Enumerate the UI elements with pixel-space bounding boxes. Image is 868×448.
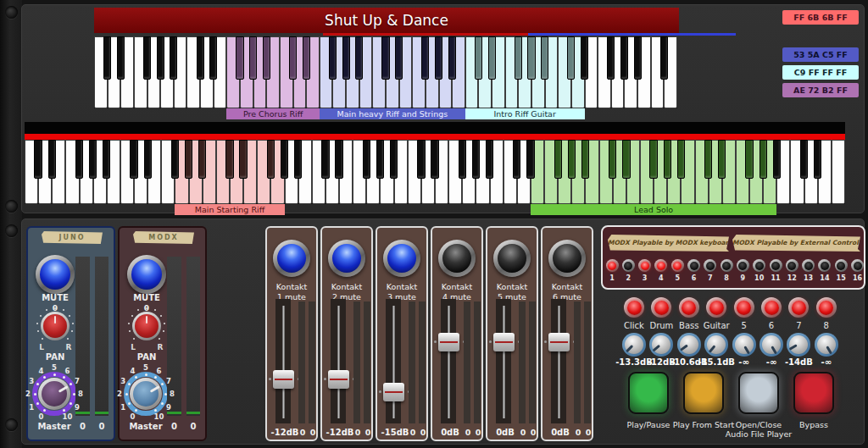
channel-led[interactable] (638, 259, 651, 272)
black-key[interactable] (303, 36, 310, 80)
channel-led[interactable] (835, 259, 848, 272)
kontakt-mute-button[interactable] (328, 240, 365, 277)
black-key[interactable] (103, 36, 111, 80)
black-key[interactable] (185, 140, 192, 179)
black-key[interactable] (75, 140, 83, 179)
black-key[interactable] (814, 140, 821, 179)
white-key[interactable] (832, 140, 845, 204)
black-key[interactable] (281, 140, 288, 179)
part-volume-knob[interactable] (649, 333, 673, 357)
black-key[interactable] (554, 140, 562, 179)
black-key[interactable] (417, 140, 425, 179)
black-key[interactable] (130, 140, 137, 179)
volume-fader-handle[interactable] (548, 333, 570, 351)
black-key[interactable] (704, 140, 712, 179)
channel-led[interactable] (622, 259, 635, 272)
part-volume-knob[interactable] (732, 333, 756, 357)
black-key[interactable] (170, 36, 177, 80)
black-key[interactable] (568, 140, 576, 179)
black-key[interactable] (459, 140, 466, 179)
transport-pad-play-from-start[interactable] (683, 372, 724, 414)
black-key[interactable] (760, 140, 767, 179)
black-key[interactable] (355, 36, 363, 80)
channel-led[interactable] (654, 259, 667, 272)
volume-fader-handle[interactable] (328, 370, 349, 389)
channel-led[interactable] (770, 259, 782, 272)
black-key[interactable] (800, 140, 808, 179)
black-key[interactable] (421, 36, 429, 80)
black-key[interactable] (267, 140, 275, 179)
kontakt-mute-button[interactable] (273, 240, 310, 277)
modx-pan-knob[interactable] (132, 312, 161, 340)
black-key[interactable] (607, 36, 615, 80)
channel-led[interactable] (786, 259, 798, 272)
part-volume-knob[interactable] (677, 333, 701, 357)
black-key[interactable] (34, 140, 42, 179)
black-key[interactable] (718, 140, 726, 179)
black-key[interactable] (435, 36, 442, 80)
juno-mute-button[interactable] (36, 255, 75, 294)
kontakt-mute-button[interactable] (548, 240, 586, 277)
black-key[interactable] (541, 36, 548, 80)
channel-led[interactable] (687, 259, 700, 272)
black-key[interactable] (526, 140, 534, 179)
channel-led[interactable] (721, 259, 733, 272)
black-key[interactable] (263, 36, 270, 80)
channel-led[interactable] (671, 259, 684, 272)
modx-mute-button[interactable] (127, 255, 166, 294)
black-key[interactable] (198, 140, 206, 179)
black-key[interactable] (335, 140, 342, 179)
volume-fader-handle[interactable] (438, 333, 459, 351)
part-mute-button[interactable] (706, 297, 726, 318)
modx-master-knob[interactable] (130, 378, 162, 410)
kontakt-mute-button[interactable] (438, 240, 476, 277)
black-key[interactable] (513, 140, 520, 179)
black-key[interactable] (609, 140, 616, 179)
part-volume-knob[interactable] (760, 333, 783, 357)
channel-led[interactable] (851, 259, 864, 272)
kontakt-mute-button[interactable] (493, 240, 531, 277)
black-key[interactable] (664, 140, 671, 179)
transport-pad-open-close-audio-file-player[interactable] (738, 372, 779, 414)
black-key[interactable] (48, 140, 56, 179)
lower-keyboard[interactable]: Main Starting RiffLead Solo (25, 140, 845, 204)
black-key[interactable] (157, 36, 164, 80)
black-key[interactable] (390, 140, 398, 179)
part-mute-button[interactable] (788, 297, 809, 318)
black-key[interactable] (381, 36, 389, 80)
part-mute-button[interactable] (816, 297, 837, 318)
black-key[interactable] (515, 36, 522, 80)
part-mute-button[interactable] (761, 297, 782, 318)
part-mute-button[interactable] (651, 297, 671, 318)
black-key[interactable] (677, 140, 685, 179)
black-key[interactable] (329, 36, 337, 80)
channel-led[interactable] (606, 259, 619, 272)
black-key[interactable] (225, 140, 233, 179)
black-key[interactable] (581, 140, 589, 179)
black-key[interactable] (171, 140, 179, 179)
part-mute-button[interactable] (624, 297, 644, 318)
volume-fader-handle[interactable] (273, 370, 294, 389)
black-key[interactable] (567, 36, 575, 80)
black-key[interactable] (745, 140, 753, 179)
kontakt-mute-button[interactable] (383, 240, 420, 277)
black-key[interactable] (321, 140, 329, 179)
black-key[interactable] (448, 36, 456, 80)
channel-led[interactable] (704, 259, 716, 272)
part-mute-button[interactable] (679, 297, 699, 318)
part-volume-knob[interactable] (815, 333, 838, 357)
juno-pan-knob[interactable] (41, 312, 70, 340)
black-key[interactable] (581, 36, 588, 80)
black-key[interactable] (527, 36, 535, 80)
black-key[interactable] (239, 140, 247, 179)
channel-led[interactable] (737, 259, 749, 272)
black-key[interactable] (342, 36, 350, 80)
black-key[interactable] (472, 140, 480, 179)
volume-fader-handle[interactable] (493, 333, 515, 351)
black-key[interactable] (103, 140, 110, 179)
black-key[interactable] (475, 36, 482, 80)
black-key[interactable] (117, 36, 125, 80)
black-key[interactable] (486, 140, 493, 179)
black-key[interactable] (249, 36, 257, 80)
black-key[interactable] (395, 36, 403, 80)
